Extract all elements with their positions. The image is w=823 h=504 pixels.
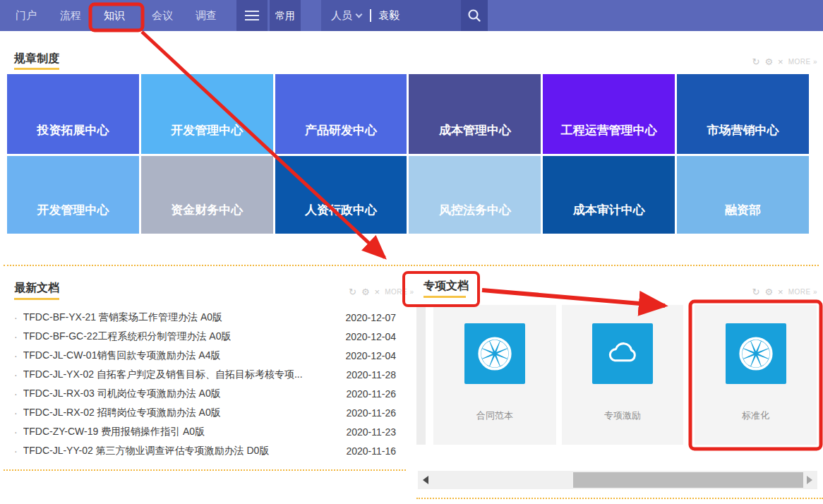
tile-investment-development-center[interactable]: 投资拓展中心 xyxy=(7,74,139,154)
document-row[interactable]: · TFDC-JL-RX-03 司机岗位专项激励办法 A0版 2020-11-2… xyxy=(14,384,396,403)
tile-marketing-center[interactable]: 市场营销中心 xyxy=(677,74,809,154)
document-date: 2020-11-26 xyxy=(337,407,396,419)
chevron-down-icon xyxy=(356,11,363,18)
search-input[interactable]: 袁毅 xyxy=(378,9,400,23)
tile-cost-management-center[interactable]: 成本管理中心 xyxy=(409,74,541,154)
card-label: 合同范本 xyxy=(433,409,556,422)
knowledge-portal-page: 门户 流程 知识 会议 调查 常用 人员 袁毅 规章制度 ↻ xyxy=(0,0,823,504)
nav-item-meeting[interactable]: 会议 xyxy=(152,0,173,31)
gear-icon[interactable]: ⚙ xyxy=(764,287,773,296)
special-docs-bottom-border xyxy=(416,498,823,499)
latest-docs-title: 最新文档 xyxy=(14,281,59,296)
card-standardization[interactable]: 标准化 xyxy=(695,305,817,445)
document-title: TFDC-JL-YY-02 第三方物业调查评估专项激励办法 D0版 xyxy=(23,445,270,457)
tile-cost-audit-center[interactable]: 成本审计中心 xyxy=(543,156,675,234)
gear-icon[interactable]: ⚙ xyxy=(764,57,773,66)
annotation-arrow-2 xyxy=(482,290,665,306)
document-title: TFDC-JL-RX-02 招聘岗位专项激励办法 A0版 xyxy=(23,407,221,419)
refresh-icon[interactable]: ↻ xyxy=(349,287,356,296)
nav-item-process[interactable]: 流程 xyxy=(60,0,81,31)
more-link[interactable]: MORE » xyxy=(385,288,414,296)
document-date: 2020-11-16 xyxy=(337,445,396,457)
gear-icon[interactable]: ⚙ xyxy=(361,287,370,296)
refresh-icon[interactable]: ↻ xyxy=(752,57,760,66)
search-bar: 人员 袁毅 xyxy=(321,0,488,31)
citrus-slice-icon xyxy=(476,335,513,372)
document-date: 2020-11-23 xyxy=(337,426,396,438)
more-link[interactable]: MORE » xyxy=(788,58,817,66)
horizontal-scrollbar[interactable] xyxy=(418,471,817,489)
cloud-icon xyxy=(604,335,641,372)
document-title: TFDC-BF-YX-21 营销案场工作管理办法 A0版 xyxy=(23,311,222,324)
search-category-label: 人员 xyxy=(331,9,352,23)
hamburger-icon xyxy=(245,11,259,12)
document-row[interactable]: · TFDC-BF-GC-22工程系统积分制管理办法 A0版 2020-12-0… xyxy=(14,327,396,346)
scroll-thumb[interactable] xyxy=(573,472,803,488)
document-row[interactable]: · TFDC-JL-CW-01销售回款专项激励办法 A4版 2020-12-04 xyxy=(14,346,396,365)
document-row[interactable]: · TFDC-JL-YY-02 第三方物业调查评估专项激励办法 D0版 2020… xyxy=(14,441,396,460)
tile-risk-legal-center[interactable]: 风控法务中心 xyxy=(409,156,541,234)
card-label: 专项激励 xyxy=(562,409,683,422)
document-row[interactable]: · TFDC-ZY-CW-19 费用报销操作指引 A0版 2020-11-23 xyxy=(14,422,396,441)
top-nav: 门户 流程 知识 会议 调查 常用 人员 袁毅 xyxy=(0,0,823,31)
citrus-slice-icon xyxy=(738,335,774,372)
search-icon xyxy=(467,8,482,23)
close-icon[interactable]: × xyxy=(778,287,783,296)
list-bullet: · xyxy=(14,312,18,323)
scroll-right-arrow-icon[interactable] xyxy=(807,476,812,484)
tile-funds-finance-center[interactable]: 资金财务中心 xyxy=(141,156,273,234)
frequent-button[interactable]: 常用 xyxy=(270,0,301,31)
more-link[interactable]: MORE » xyxy=(788,288,817,296)
tile-product-rd-center[interactable]: 产品研发中心 xyxy=(275,74,407,154)
document-date: 2020-12-04 xyxy=(337,350,396,361)
special-docs-title: 专项文档 xyxy=(423,279,469,294)
refresh-icon[interactable]: ↻ xyxy=(752,287,760,296)
document-title: TFDC-JL-CW-01销售回款专项激励办法 A4版 xyxy=(23,349,221,362)
close-icon[interactable]: × xyxy=(778,57,783,66)
title-underline xyxy=(423,296,466,298)
latest-docs-list: · TFDC-BF-YX-21 营销案场工作管理办法 A0版 2020-12-0… xyxy=(14,308,396,460)
tile-engineering-operations-center[interactable]: 工程运营管理中心 xyxy=(543,74,675,154)
document-title: TFDC-BF-GC-22工程系统积分制管理办法 A0版 xyxy=(23,330,232,343)
document-date: 2020-11-26 xyxy=(337,388,396,400)
rules-panel-controls: ↻ ⚙ × MORE » xyxy=(752,57,818,66)
rules-section-title: 规章制度 xyxy=(14,52,59,66)
document-row[interactable]: · TFDC-BF-YX-21 营销案场工作管理办法 A0版 2020-12-0… xyxy=(14,308,396,327)
document-date: 2020-12-04 xyxy=(337,331,396,342)
menu-button[interactable] xyxy=(236,0,268,31)
document-title: TFDC-ZY-CW-19 费用报销操作指引 A0版 xyxy=(23,426,205,438)
title-underline xyxy=(14,298,59,300)
search-divider xyxy=(370,9,371,22)
partial-card xyxy=(416,305,426,445)
tile-development-management-center-2[interactable]: 开发管理中心 xyxy=(7,156,139,234)
document-date: 2020-12-07 xyxy=(337,312,396,323)
nav-item-knowledge[interactable]: 知识 xyxy=(104,0,125,31)
close-icon[interactable]: × xyxy=(375,287,380,296)
card-special-incentive[interactable]: 专项激励 xyxy=(562,305,683,445)
document-row[interactable]: · TFDC-JL-YX-02 自拓客户判定及销售目标、自拓目标考核专项... … xyxy=(14,365,396,384)
nav-item-portal[interactable]: 门户 xyxy=(16,0,37,31)
latest-docs-panel-controls: ↻ ⚙ × MORE » xyxy=(349,287,414,296)
department-tile-grid: 投资拓展中心 开发管理中心 产品研发中心 成本管理中心 工程运营管理中心 市场营… xyxy=(7,74,809,234)
document-row[interactable]: · TFDC-JL-RX-02 招聘岗位专项激励办法 A0版 2020-11-2… xyxy=(14,403,396,422)
search-button[interactable] xyxy=(461,0,488,31)
document-title: TFDC-JL-RX-03 司机岗位专项激励办法 A0版 xyxy=(23,388,221,400)
special-docs-panel-controls: ↻ ⚙ × MORE » xyxy=(752,287,818,296)
search-category-dropdown[interactable]: 人员 xyxy=(331,9,361,23)
latest-docs-bottom-border xyxy=(4,469,406,471)
tile-hr-admin-center[interactable]: 人资行政中心 xyxy=(275,156,407,234)
nav-item-survey[interactable]: 调查 xyxy=(196,0,217,31)
section-separator xyxy=(4,265,819,266)
tile-financing-dept[interactable]: 融资部 xyxy=(677,156,809,234)
tile-development-management-center[interactable]: 开发管理中心 xyxy=(141,74,273,154)
document-date: 2020-11-28 xyxy=(337,369,396,380)
title-underline xyxy=(14,68,59,70)
document-title: TFDC-JL-YX-02 自拓客户判定及销售目标、自拓目标考核专项... xyxy=(23,368,303,381)
card-contract-template[interactable]: 合同范本 xyxy=(433,305,556,445)
scroll-left-arrow-icon[interactable] xyxy=(423,476,428,484)
card-label: 标准化 xyxy=(695,409,817,422)
